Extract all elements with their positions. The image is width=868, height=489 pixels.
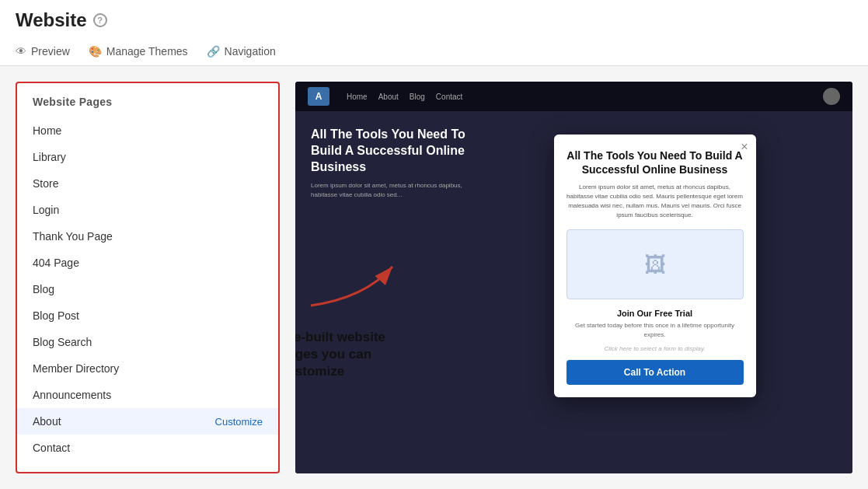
- preview-main: All The Tools You Need To Build A Succes…: [295, 111, 852, 473]
- preview-nav-blog: Blog: [410, 93, 425, 101]
- sidebar-item-store[interactable]: Store: [17, 170, 278, 197]
- sidebar-item-blog[interactable]: Blog: [17, 276, 278, 302]
- preview-nav-about: About: [378, 93, 399, 101]
- link-icon: 🔗: [207, 45, 220, 58]
- sidebar-item-member-directory[interactable]: Member Directory: [17, 355, 278, 382]
- preview-topbar-right: [823, 88, 840, 105]
- sidebar: Website Pages Home Library Store Login T…: [16, 82, 280, 473]
- themes-icon: 🎨: [89, 45, 102, 58]
- help-icon[interactable]: ?: [93, 13, 107, 27]
- modal-cta-desc: Get started today before this once in a …: [566, 321, 744, 338]
- sidebar-item-blog-search[interactable]: Blog Search: [17, 329, 278, 355]
- nav-navigation[interactable]: 🔗 Navigation: [207, 39, 276, 65]
- sidebar-item-label: Login: [33, 204, 59, 216]
- preview-text-block: All The Tools You Need To Build A Succes…: [311, 127, 482, 200]
- sidebar-item-label: 404 Page: [33, 257, 79, 269]
- sidebar-item-home[interactable]: Home: [17, 117, 278, 144]
- sidebar-item-label: Home: [33, 124, 61, 137]
- sidebar-item-announcements[interactable]: Announcements: [17, 382, 278, 408]
- modal-cta-button[interactable]: Call To Action: [566, 360, 744, 385]
- sidebar-item-label: Library: [33, 151, 66, 163]
- customize-link[interactable]: Customize: [215, 416, 263, 428]
- sidebar-item-404-page[interactable]: 404 Page: [17, 250, 278, 276]
- preview-headline: All The Tools You Need To Build A Succes…: [311, 127, 482, 175]
- nav-themes-label: Manage Themes: [106, 45, 188, 58]
- arrow-svg: [303, 251, 404, 313]
- nav-preview-label: Preview: [31, 45, 70, 58]
- modal-close-button[interactable]: ×: [741, 141, 748, 153]
- sidebar-item-label: Store: [33, 177, 58, 190]
- preview-nav-home: Home: [347, 93, 368, 101]
- preview-area: A Home About Blog Contact: [295, 82, 852, 473]
- sidebar-item-label: Contact: [33, 442, 70, 454]
- sidebar-item-label: Announcements: [33, 389, 111, 401]
- sidebar-item-thank-you-page[interactable]: Thank You Page: [17, 223, 278, 250]
- sidebar-item-about[interactable]: About Customize: [17, 408, 278, 435]
- annotation-text: Pre-built website pages you can customiz…: [295, 329, 385, 380]
- header-title-row: Website ?: [16, 9, 852, 31]
- modal-cta-title: Join Our Free Trial: [566, 309, 744, 318]
- modal-popup: × All The Tools You Need To Build A Succ…: [554, 134, 756, 397]
- sidebar-item-login[interactable]: Login: [17, 197, 278, 223]
- image-icon: 🖼: [644, 252, 666, 278]
- preview-logo: A: [308, 87, 329, 106]
- sidebar-item-label: Member Directory: [33, 362, 119, 375]
- sidebar-item-blog-post[interactable]: Blog Post: [17, 302, 278, 329]
- modal-image-placeholder: 🖼: [566, 229, 744, 299]
- sidebar-item-library[interactable]: Library: [17, 144, 278, 170]
- main-content: Website Pages Home Library Store Login T…: [0, 66, 868, 489]
- header-nav: 👁 Preview 🎨 Manage Themes 🔗 Navigation: [16, 39, 852, 65]
- nav-manage-themes[interactable]: 🎨 Manage Themes: [89, 39, 188, 65]
- modal-description: Lorem ipsum dolor sit amet, metus at rho…: [566, 183, 744, 220]
- modal-body: All The Tools You Need To Build A Succes…: [554, 134, 756, 397]
- website-preview: A Home About Blog Contact: [295, 82, 852, 473]
- page-title: Website: [16, 9, 87, 31]
- modal-title: All The Tools You Need To Build A Succes…: [566, 148, 744, 176]
- sidebar-item-label: Blog Search: [33, 336, 92, 348]
- sidebar-item-label: Thank You Page: [33, 230, 113, 243]
- preview-topbar: A Home About Blog Contact: [295, 82, 852, 111]
- sidebar-item-label: Blog Post: [33, 309, 79, 322]
- sidebar-item-label: Blog: [33, 283, 54, 295]
- nav-navigation-label: Navigation: [225, 45, 276, 58]
- header: Website ? 👁 Preview 🎨 Manage Themes 🔗 Na…: [0, 0, 868, 66]
- preview-subtext: Lorem ipsum dolor sit amet, metus at rho…: [311, 181, 482, 200]
- eye-icon: 👁: [16, 45, 26, 58]
- arrow-annotation: Pre-built website pages you can customiz…: [303, 251, 404, 313]
- page-container: Website ? 👁 Preview 🎨 Manage Themes 🔗 Na…: [0, 0, 868, 489]
- modal-form-placeholder: Click here to select a form to display.: [566, 345, 744, 352]
- preview-avatar: [823, 88, 840, 105]
- sidebar-item-label: About: [33, 415, 61, 428]
- preview-nav-links: Home About Blog Contact: [347, 93, 462, 101]
- preview-nav-contact: Contact: [436, 93, 462, 101]
- sidebar-title: Website Pages: [17, 93, 278, 117]
- sidebar-item-contact[interactable]: Contact: [17, 435, 278, 461]
- nav-preview[interactable]: 👁 Preview: [16, 39, 70, 65]
